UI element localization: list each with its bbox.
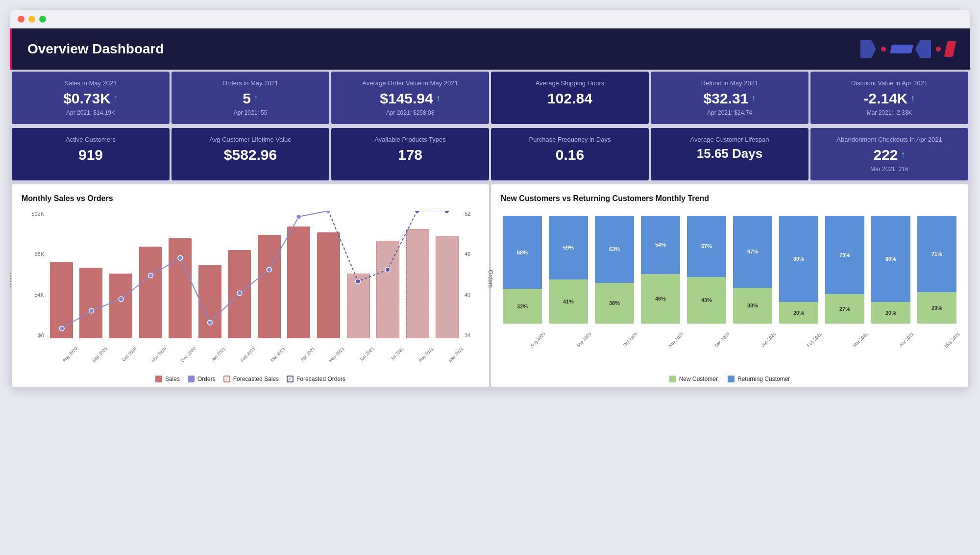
metric-value: $0.73K [63, 90, 111, 107]
bar-group: Aug 2021 [403, 211, 432, 338]
stacked-bar: 73%27% [825, 216, 864, 324]
legend-orders: Orders [188, 376, 216, 382]
metric-label: Active Customers [20, 136, 162, 144]
sales-bar [198, 265, 221, 338]
stacked-bar: 63%38% [595, 216, 634, 324]
sales-bar [347, 274, 370, 338]
sales-bar [436, 236, 459, 338]
bar-x-label: Aug 2021 [417, 346, 434, 363]
orders-y-label: Orders [488, 270, 494, 288]
stacked-bar-group: 68%32%Aug 2020 [501, 211, 544, 324]
metric-label: Average Order Value in May 2021 [339, 79, 481, 88]
metric-label: Average Customer Lifespan [659, 136, 801, 144]
metrics-row-1: Sales in May 2021$0.73K↑Apr 2021: $14.19… [10, 70, 970, 126]
metric-card: Refund in May 2021$32.31↑Apr 2021: $24.7… [651, 72, 808, 124]
stacked-x-label: Oct 2020 [622, 331, 638, 348]
dashboard-header: Overview Dashboard [10, 28, 970, 70]
sales-bar [376, 241, 399, 338]
bar-group: Sep 2021 [433, 211, 462, 338]
metric-value: 15.65 Days [697, 146, 762, 161]
close-button[interactable] [18, 16, 24, 23]
new-segment: 33% [733, 288, 772, 324]
bar-group: May 2021 [314, 211, 343, 338]
metric-label: Sales in May 2021 [20, 79, 162, 88]
metric-card: Active Customers919 [12, 128, 170, 180]
sales-bar [258, 235, 281, 338]
maximize-button[interactable] [39, 16, 46, 23]
logo-shape-4 [944, 41, 956, 57]
bar-x-label: Aug 2020 [61, 346, 78, 363]
up-arrow-icon: ↑ [901, 150, 906, 160]
bar-x-label: Sep 2021 [447, 346, 464, 363]
bar-x-label: Nov 2020 [150, 346, 167, 363]
logo-dot-2 [936, 47, 941, 51]
monthly-chart-title: Monthly Sales vs Orders [22, 194, 479, 203]
legend-new-customer-label: New Customer [679, 376, 718, 382]
bar-group: Jan 2021 [196, 211, 224, 338]
metric-card: Discount Value in Apr 2021-2.14K↑Mar 202… [810, 72, 968, 124]
metric-value: 919 [78, 146, 103, 164]
bar-group: Aug 2020 [47, 211, 76, 338]
y-label-0: $0 [38, 332, 44, 338]
metric-value: 102.84 [547, 90, 592, 107]
logo-dot [881, 47, 886, 51]
metric-card: Avg Customer Lifetime Value$582.96 [172, 128, 329, 180]
returning-segment: 67% [733, 216, 772, 288]
metric-label: Orders in May 2021 [179, 79, 321, 88]
titlebar [10, 10, 970, 28]
metric-card: Average Shipping Hours102.84 [491, 72, 649, 124]
stacked-bar: 54%46% [641, 216, 680, 324]
bar-group: Jul 2021 [373, 211, 402, 338]
metric-label: Available Products Types [339, 136, 481, 144]
legend-forecasted-sales: ✓ Forecasted Sales [223, 376, 279, 382]
metric-value: 0.16 [556, 146, 584, 164]
y-label-46: 46 [465, 251, 470, 257]
bar-group: Feb 2021 [225, 211, 254, 338]
stacked-bar-group: 80%20%Feb 2021 [777, 211, 820, 324]
minimize-button[interactable] [28, 16, 35, 23]
bar-group: Apr 2021 [285, 211, 314, 338]
returning-segment: 73% [825, 216, 864, 295]
customers-chart-title: New Customers vs Returning Customers Mon… [501, 194, 958, 203]
bar-group: Dec 2020 [166, 211, 195, 338]
stacked-bar-group: 71%29%May 2021 [915, 211, 958, 324]
y-label-12k: $12K [31, 211, 44, 217]
metric-value: -2.14K [863, 90, 907, 107]
header-logo [860, 40, 955, 58]
sales-bar [287, 227, 310, 338]
dashboard-title: Overview Dashboard [27, 41, 164, 57]
stacked-bar-group: 57%43%Dec 2020 [685, 211, 728, 324]
metric-card: Available Products Types178 [331, 128, 489, 180]
metric-sub: Apr 2021: $14.19K [20, 109, 162, 116]
legend-forecasted-orders-box: ✓ [287, 376, 294, 382]
up-arrow-icon: ↑ [911, 93, 915, 103]
y-label-40: 40 [465, 292, 470, 298]
stacked-x-label: May 2021 [944, 331, 961, 349]
sales-bar [79, 268, 102, 338]
new-segment: 41% [549, 279, 588, 324]
bar-group: Mar 2021 [255, 211, 284, 338]
stacked-bars-area: 68%32%Aug 202059%41%Sep 202063%38%Oct 20… [501, 211, 958, 338]
legend-sales: Sales [155, 376, 180, 382]
up-arrow-icon: ↑ [254, 93, 258, 103]
up-arrow-icon: ↑ [114, 93, 118, 103]
returning-segment: 57% [687, 216, 726, 277]
stacked-bar: 71%29% [917, 216, 956, 324]
metric-label: Purchase Frequency in Days [499, 136, 641, 144]
stacked-bar-group: 54%46%Nov 2020 [639, 211, 682, 324]
y-axis-left: $12K $8K $4K $0 [22, 211, 46, 338]
sales-bar [228, 250, 251, 338]
y-label-8k: $8K [34, 251, 44, 257]
returning-segment: 63% [595, 216, 634, 283]
metric-value: 5 [243, 90, 251, 107]
metric-label: Avg Customer Lifetime Value [179, 136, 321, 144]
sales-bar [169, 238, 192, 338]
stacked-bar: 80%20% [779, 216, 818, 324]
returning-segment: 80% [779, 216, 818, 302]
metric-card: Orders in May 20215↑Apr 2021: 55 [172, 72, 329, 124]
legend-forecasted-sales-label: Forecasted Sales [233, 376, 279, 382]
sales-bar [139, 247, 162, 338]
up-arrow-icon: ↑ [751, 93, 756, 103]
bar-x-label: Jan 2021 [210, 346, 226, 362]
new-segment: 29% [917, 292, 956, 324]
